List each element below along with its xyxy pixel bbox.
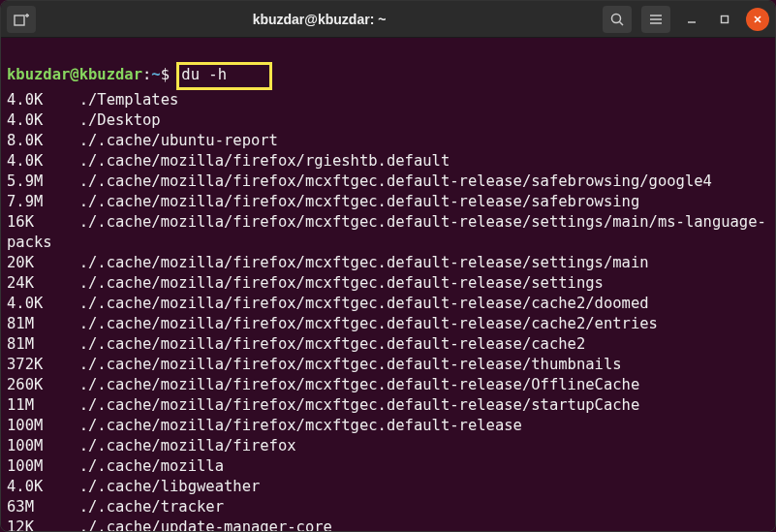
output-row: 260K ./.cache/mozilla/firefox/mcxftgec.d… [7, 375, 769, 395]
svg-line-4 [620, 21, 624, 25]
close-icon [753, 15, 762, 24]
new-tab-button[interactable] [7, 6, 36, 33]
output-row: 372K ./.cache/mozilla/firefox/mcxftgec.d… [7, 355, 769, 375]
titlebar: kbuzdar@kbuzdar: ~ [1, 1, 775, 38]
output-row: 16K ./.cache/mozilla/firefox/mcxftgec.de… [7, 212, 769, 233]
titlebar-right [603, 6, 769, 33]
svg-point-3 [612, 14, 621, 22]
output-row: 11M ./.cache/mozilla/firefox/mcxftgec.de… [7, 395, 769, 416]
prompt-line: kbuzdar@kbuzdar:~$ du -h [7, 62, 769, 90]
svg-rect-9 [722, 16, 729, 22]
prompt-user-host: kbuzdar@kbuzdar [7, 66, 142, 83]
output-row: 7.9M ./.cache/mozilla/firefox/mcxftgec.d… [7, 192, 769, 212]
search-icon [610, 13, 624, 26]
output-row: 4.0K ./Templates [7, 90, 769, 110]
hamburger-icon [649, 14, 663, 25]
terminal-body[interactable]: kbuzdar@kbuzdar:~$ du -h4.0K ./Templates… [1, 38, 775, 531]
output-row: 81M ./.cache/mozilla/firefox/mcxftgec.de… [7, 334, 769, 355]
prompt-colon: : [142, 66, 151, 83]
prompt-path: ~ [151, 66, 160, 83]
prompt-dollar: $ [161, 66, 170, 83]
output-row: 12K ./.cache/update-manager-core [7, 517, 769, 531]
output-row: 5.9M ./.cache/mozilla/firefox/mcxftgec.d… [7, 172, 769, 192]
output-row: 100M ./.cache/mozilla [7, 456, 769, 477]
output-row: 24K ./.cache/mozilla/firefox/mcxftgec.de… [7, 273, 769, 294]
new-tab-icon [14, 13, 29, 26]
output-row: packs [7, 233, 769, 253]
window-title: kbuzdar@kbuzdar: ~ [36, 12, 603, 27]
output-row: 4.0K ./.cache/mozilla/firefox/mcxftgec.d… [7, 294, 769, 314]
search-button[interactable] [603, 6, 632, 33]
minimize-icon [687, 15, 697, 24]
maximize-icon [720, 15, 729, 24]
output-row: 63M ./.cache/tracker [7, 497, 769, 517]
menu-button[interactable] [641, 6, 670, 33]
svg-rect-0 [15, 16, 24, 25]
output-row: 20K ./.cache/mozilla/firefox/mcxftgec.de… [7, 253, 769, 273]
output-row: 8.0K ./.cache/ubuntu-report [7, 131, 769, 151]
output-row: 100M ./.cache/mozilla/firefox/mcxftgec.d… [7, 416, 769, 436]
titlebar-left [7, 6, 36, 33]
output-row: 100M ./.cache/mozilla/firefox [7, 436, 769, 456]
command-text: du -h [181, 66, 227, 83]
output-row: 4.0K ./.cache/libgweather [7, 477, 769, 497]
output-row: 4.0K ./.cache/mozilla/firefox/rgieshtb.d… [7, 151, 769, 172]
output-row: 4.0K ./Desktop [7, 110, 769, 131]
command-highlight: du -h [176, 62, 272, 90]
close-button[interactable] [746, 8, 769, 31]
minimize-button[interactable] [680, 8, 703, 31]
output-area: 4.0K ./Templates4.0K ./Desktop8.0K ./.ca… [7, 90, 769, 531]
output-row: 81M ./.cache/mozilla/firefox/mcxftgec.de… [7, 314, 769, 334]
maximize-button[interactable] [713, 8, 736, 31]
